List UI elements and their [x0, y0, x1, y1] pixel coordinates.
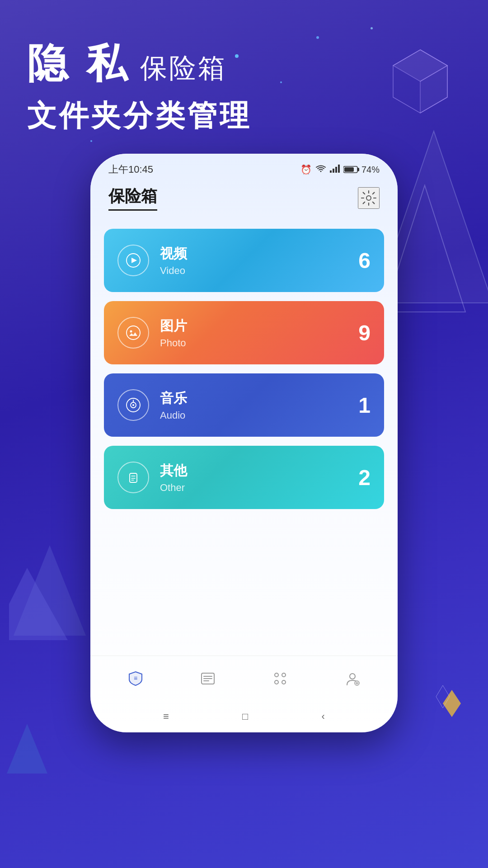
svg-point-17: [366, 196, 371, 200]
svg-rect-16: [344, 167, 354, 172]
star-4: [371, 27, 373, 29]
svg-point-39: [350, 674, 355, 679]
svg-marker-5: [14, 545, 86, 636]
header-line2: 文件夹分类管理: [27, 96, 252, 136]
card-labels-video: 视频 Video: [160, 245, 187, 277]
video-count: 6: [358, 248, 371, 273]
card-labels-other: 其他 Other: [160, 462, 187, 494]
svg-point-20: [127, 326, 140, 340]
svg-marker-8: [436, 685, 450, 708]
svg-marker-19: [131, 258, 137, 263]
svg-rect-13: [338, 165, 340, 173]
app-header: 保险箱: [90, 181, 398, 220]
category-card-audio[interactable]: 音乐 Audio 1: [104, 373, 384, 437]
category-card-other[interactable]: 其他 Other 2: [104, 446, 384, 509]
svg-point-24: [132, 404, 134, 406]
category-card-photo[interactable]: 图片 Photo 9: [104, 301, 384, 364]
svg-point-35: [275, 673, 278, 677]
svg-rect-11: [333, 169, 334, 173]
svg-marker-7: [443, 690, 461, 717]
svg-marker-6: [9, 568, 68, 640]
geo-cube-top-right: [389, 45, 452, 119]
settings-button[interactable]: [358, 187, 380, 209]
card-left-audio: 音乐 Audio: [117, 389, 187, 421]
header-section: 隐 私 保险箱 文件夹分类管理: [27, 36, 252, 136]
geo-small-triangle-left: [5, 722, 50, 778]
system-navigation: ≡ □ ‹: [90, 701, 398, 732]
other-icon-circle: [117, 462, 149, 493]
video-icon-circle: [117, 245, 149, 276]
svg-text:≡: ≡: [134, 675, 137, 682]
phone-mockup: 上午10:45 ⏰: [90, 154, 398, 732]
app-title: 保险箱: [108, 185, 157, 211]
video-label-cn: 视频: [160, 245, 187, 263]
svg-point-36: [282, 673, 286, 677]
bottom-navigation: ≡: [90, 656, 398, 701]
svg-rect-15: [357, 168, 359, 171]
wifi-icon: [315, 164, 326, 175]
video-label-en: Video: [160, 265, 187, 277]
svg-rect-26: [130, 473, 137, 482]
battery-icon: 74%: [343, 165, 380, 175]
card-labels-photo: 图片 Photo: [160, 317, 187, 349]
menu-button[interactable]: ≡: [163, 711, 169, 722]
audio-count: 1: [358, 393, 371, 418]
svg-rect-12: [335, 167, 337, 173]
category-card-video[interactable]: 视频 Video 6: [104, 229, 384, 292]
status-icons: ⏰: [300, 164, 380, 175]
photo-label-cn: 图片: [160, 317, 187, 335]
svg-marker-1: [393, 50, 447, 81]
svg-marker-0: [393, 50, 447, 113]
svg-marker-9: [7, 724, 47, 774]
other-label-en: Other: [160, 482, 187, 494]
alarm-icon: ⏰: [300, 164, 312, 175]
svg-point-37: [275, 680, 278, 684]
svg-point-38: [282, 680, 286, 684]
other-count: 2: [358, 465, 371, 490]
photo-icon-circle: [117, 317, 149, 349]
card-left-video: 视频 Video: [117, 245, 187, 277]
audio-label-cn: 音乐: [160, 389, 187, 408]
geo-triangles-left: [9, 541, 90, 642]
other-label-cn: 其他: [160, 462, 187, 480]
nav-item-user[interactable]: [334, 663, 371, 694]
card-left-other: 其他 Other: [117, 462, 187, 494]
geo-diamond-right: [425, 685, 461, 723]
star-6: [90, 140, 92, 142]
card-labels-audio: 音乐 Audio: [160, 389, 187, 421]
nav-item-apps[interactable]: [262, 663, 298, 694]
svg-rect-10: [330, 170, 332, 173]
nav-item-list[interactable]: [190, 663, 226, 694]
signal-icon: [330, 165, 340, 175]
home-button[interactable]: □: [242, 711, 248, 722]
photo-label-en: Photo: [160, 337, 187, 349]
star-2: [316, 36, 319, 39]
star-3: [280, 81, 282, 83]
status-bar: 上午10:45 ⏰: [90, 154, 398, 181]
svg-point-21: [130, 330, 132, 333]
content-area: 视频 Video 6 图片 Photo: [90, 220, 398, 656]
svg-marker-2: [420, 66, 447, 113]
card-left-photo: 图片 Photo: [117, 317, 187, 349]
audio-icon-circle: [117, 389, 149, 421]
header-line1: 隐 私 保险箱: [27, 36, 252, 91]
nav-item-safe[interactable]: ≡: [117, 663, 154, 694]
back-button[interactable]: ‹: [322, 711, 325, 722]
status-time: 上午10:45: [108, 163, 153, 176]
photo-count: 9: [358, 321, 371, 345]
audio-label-en: Audio: [160, 410, 187, 421]
